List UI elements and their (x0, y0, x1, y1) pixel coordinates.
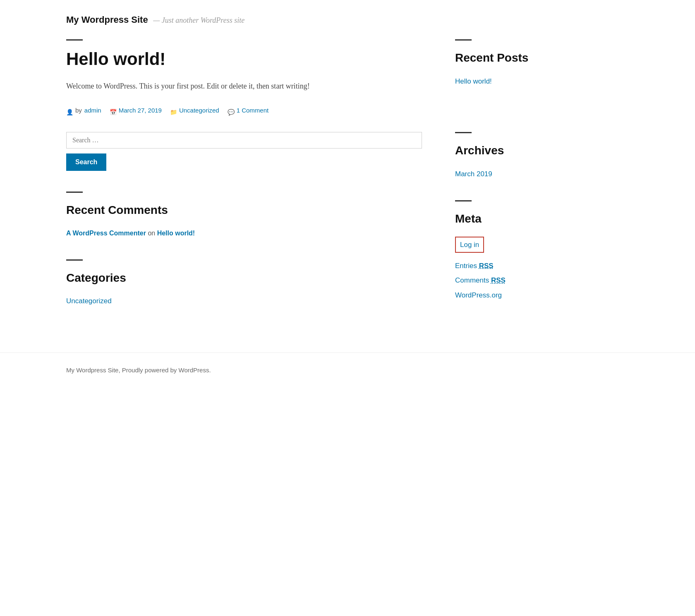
search-button[interactable]: Search (66, 153, 106, 171)
archives-widget: Archives March 2019 (455, 132, 629, 180)
recent-comments-title: Recent Comments (66, 201, 422, 220)
meta-divider (455, 200, 472, 201)
category-item[interactable]: Uncategorized (66, 295, 422, 307)
recent-comments-divider (66, 192, 83, 193)
search-input[interactable] (66, 132, 422, 149)
comments-rss-link[interactable]: Comments RSS (455, 275, 629, 286)
site-header: My Wordpress Site — Just another WordPre… (0, 0, 695, 35)
post-meta-date: March 27, 2019 (110, 105, 162, 115)
commenter-link[interactable]: A WordPress Commenter (66, 230, 146, 237)
on-text: on (148, 230, 157, 237)
archives-title: Archives (455, 141, 629, 160)
meta-title: Meta (455, 210, 629, 228)
post-divider (66, 39, 83, 41)
folder-icon (170, 107, 177, 114)
site-footer: My Wordpress Site, Proudly powered by Wo… (0, 352, 695, 388)
categories-divider (66, 259, 83, 261)
archives-divider (455, 132, 472, 133)
log-in-link[interactable]: Log in (455, 237, 484, 253)
post-meta-category: Uncategorized (170, 105, 219, 115)
comment-post-link[interactable]: Hello world! (157, 230, 195, 237)
footer-text: My Wordpress Site, Proudly powered by Wo… (66, 367, 211, 374)
date-link[interactable]: March 27, 2019 (119, 105, 162, 115)
meta-by-label: by (75, 105, 82, 115)
meta-widget: Meta Log in Entries RSS Comments RSS Wor… (455, 200, 629, 301)
category-link[interactable]: Uncategorized (179, 105, 219, 115)
post-area: Hello world! Welcome to WordPress. This … (66, 35, 422, 115)
bottom-area: Search Recent Comments A WordPress Comme… (0, 115, 695, 327)
bottom-left: Search Recent Comments A WordPress Comme… (66, 132, 422, 327)
recent-post-item[interactable]: Hello world! (455, 76, 629, 87)
site-tagline: — Just another WordPress site (153, 16, 244, 24)
post-content: Welcome to WordPress. This is your first… (66, 80, 422, 93)
categories-title: Categories (66, 269, 422, 288)
categories-widget: Categories Uncategorized (66, 259, 422, 307)
bottom-right: Archives March 2019 Meta Log in Entries … (455, 132, 629, 327)
recent-posts-title: Recent Posts (455, 49, 629, 67)
comments-label: Comments (455, 276, 491, 284)
archive-item[interactable]: March 2019 (455, 168, 629, 180)
site-title-link[interactable]: My Wordpress Site (66, 16, 150, 24)
person-icon (66, 107, 73, 114)
comment-icon (228, 107, 234, 114)
entries-rss-link[interactable]: Entries RSS (455, 260, 629, 271)
site-title: My Wordpress Site (66, 14, 148, 25)
post-meta-comments: 1 Comment (228, 105, 269, 115)
comments-rss-abbr: RSS (491, 276, 506, 284)
entries-rss-abbr: RSS (479, 262, 494, 270)
post-meta-author: by admin (66, 105, 101, 115)
post-title: Hello world! (66, 49, 422, 70)
recent-comments-widget: Recent Comments A WordPress Commenter on… (66, 192, 422, 238)
comment-entry: A WordPress Commenter on Hello world! (66, 228, 422, 239)
wordpress-org-link[interactable]: WordPress.org (455, 290, 629, 301)
author-link[interactable]: admin (84, 105, 101, 115)
calendar-icon (110, 107, 116, 114)
recent-posts-widget: Recent Posts Hello world! (455, 35, 629, 115)
entries-label: Entries (455, 262, 479, 270)
search-widget: Search (66, 132, 422, 171)
main-area: Hello world! Welcome to WordPress. This … (0, 35, 695, 115)
post-meta: by admin March 27, 2019 Uncategorized 1 … (66, 105, 422, 115)
recent-posts-divider (455, 39, 472, 41)
comments-link[interactable]: 1 Comment (237, 105, 269, 115)
